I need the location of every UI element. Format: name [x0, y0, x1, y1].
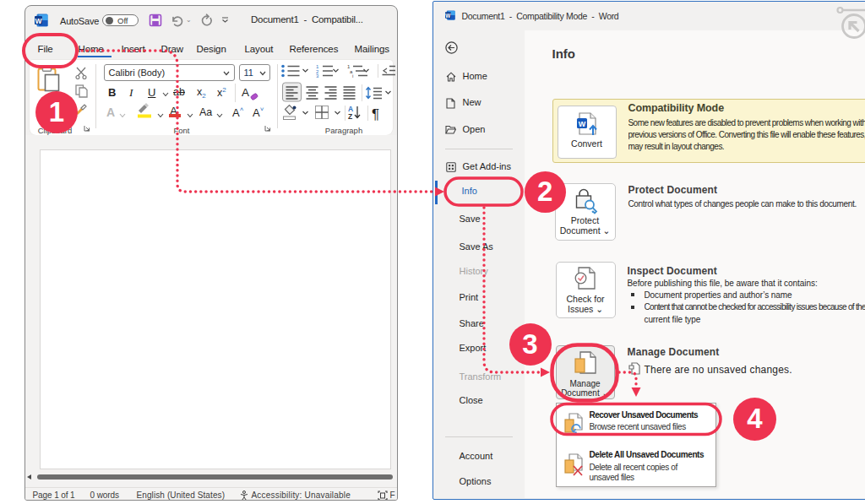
svg-text:¶: ¶ [372, 106, 379, 122]
svg-text:W: W [35, 17, 42, 25]
svg-text:W: W [578, 119, 585, 127]
svg-text:Z: Z [348, 112, 352, 121]
svg-text:i: i [352, 73, 353, 79]
svg-text:3: 3 [316, 73, 319, 79]
